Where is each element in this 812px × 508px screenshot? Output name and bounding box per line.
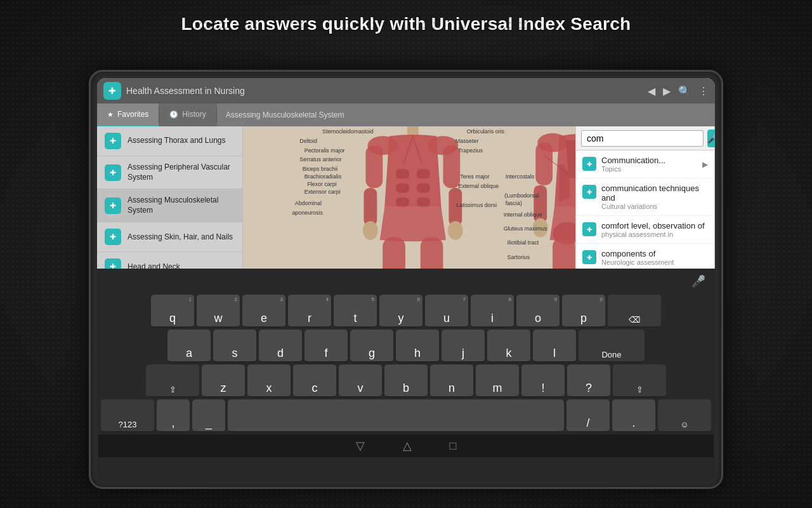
sidebar-icon-musculoskeletal: ✚ <box>105 197 121 214</box>
result-text-1: communication techniques and Cultural va… <box>601 184 708 210</box>
key-shift-left[interactable]: ⇧ <box>146 364 199 398</box>
content-panel: Temporalis Orbicularis Sternocleidomasto… <box>243 126 715 269</box>
key-backspace[interactable]: ⌫ <box>608 295 661 328</box>
key-u[interactable]: 7 u <box>425 295 468 328</box>
nav-back-button[interactable]: ◀ <box>648 85 655 97</box>
svg-rect-34 <box>553 237 575 269</box>
key-f[interactable]: f <box>304 330 348 363</box>
sidebar-item-skin[interactable]: ✚ Assessing Skin, Hair, and Nails <box>97 222 242 252</box>
svg-text:Flexor carpi: Flexor carpi <box>307 181 337 187</box>
result-text-0: Communication... Topics <box>601 156 697 173</box>
svg-text:aponeurosis: aponeurosis <box>292 210 323 216</box>
search-overlay: 🎤 ✚ Communication... Topics ▶ <box>575 126 715 269</box>
key-letter-g: g <box>369 347 375 361</box>
key-x[interactable]: x <box>247 364 291 398</box>
key-d[interactable]: d <box>259 330 302 363</box>
search-result-1[interactable]: ✚ communication techniques and Cultural … <box>576 178 714 216</box>
search-result-2[interactable]: ✚ comfort level, observation of physical… <box>576 216 714 244</box>
nav-back-icon[interactable]: ▽ <box>356 439 365 453</box>
svg-text:Iliotibial tract: Iliotibial tract <box>508 239 539 246</box>
key-r[interactable]: 4 r <box>288 295 331 328</box>
key-q[interactable]: 1 q <box>151 295 194 328</box>
key-g[interactable]: g <box>350 330 393 363</box>
key-v[interactable]: v <box>339 364 382 398</box>
sidebar-item-peripheral[interactable]: ✚ Assessing Peripheral Vascular System <box>97 156 242 189</box>
key-c[interactable]: c <box>293 364 336 398</box>
key-letter-dot: . <box>632 417 635 431</box>
svg-text:Trapezius: Trapezius <box>458 147 483 154</box>
breadcrumb-tab: Assessing Musculoskeletal System <box>217 104 715 126</box>
svg-text:Gluteus maximus: Gluteus maximus <box>504 225 547 232</box>
svg-text:Sartorius: Sartorius <box>508 254 530 260</box>
search-mic-button[interactable]: 🎤 <box>707 130 715 147</box>
key-letter-c: c <box>312 382 318 396</box>
search-input[interactable] <box>581 130 704 147</box>
nav-forward-button[interactable]: ▶ <box>663 85 671 97</box>
svg-rect-15 <box>396 197 409 207</box>
sidebar-label-peripheral: Assessing Peripheral Vascular System <box>128 163 235 182</box>
key-123[interactable]: ?123 <box>101 399 154 432</box>
svg-text:Pectoralis major: Pectoralis major <box>304 147 345 154</box>
key-h[interactable]: h <box>396 330 439 363</box>
key-comma[interactable]: , <box>157 399 190 432</box>
nav-home-icon[interactable]: △ <box>403 439 412 453</box>
search-result-0[interactable]: ✚ Communication... Topics ▶ <box>576 150 714 178</box>
key-letter-e: e <box>261 312 267 326</box>
sidebar-item-thorax[interactable]: ✚ Assessing Thorax and Lungs <box>97 126 242 156</box>
sidebar-item-musculoskeletal[interactable]: ✚ Assessing Musculoskeletal System <box>97 189 242 222</box>
key-question[interactable]: ? <box>567 364 610 398</box>
key-z[interactable]: z <box>202 364 245 398</box>
tab-favorites[interactable]: ★ Favorites <box>97 104 159 126</box>
key-m[interactable]: m <box>476 364 519 398</box>
svg-rect-2 <box>407 126 419 136</box>
keyboard-mic-button[interactable]: 🎤 <box>688 271 709 291</box>
key-y[interactable]: 6 y <box>379 295 422 328</box>
svg-rect-5 <box>365 145 383 188</box>
more-icon[interactable]: ⋮ <box>698 85 709 97</box>
key-e[interactable]: 3 e <box>242 295 285 328</box>
key-shift-right[interactable]: ⇧ <box>613 364 666 398</box>
key-letter-x: x <box>266 382 272 396</box>
header-icons: ◀ ▶ 🔍 ⋮ <box>648 85 709 97</box>
search-icon[interactable]: 🔍 <box>678 85 691 97</box>
key-a[interactable]: a <box>167 330 211 363</box>
key-l[interactable]: l <box>533 330 576 363</box>
key-exclaim[interactable]: ! <box>521 364 565 398</box>
key-num-p: 0 <box>600 297 603 302</box>
key-n[interactable]: n <box>430 364 473 398</box>
shift-right-icon: ⇧ <box>631 385 648 396</box>
tab-history[interactable]: 🕐 History <box>159 104 216 126</box>
svg-rect-11 <box>396 169 409 178</box>
key-p[interactable]: 0 p <box>562 295 605 328</box>
key-b[interactable]: b <box>384 364 428 398</box>
tab-bar: ★ Favorites 🕐 History Assessing Musculos… <box>97 104 715 126</box>
key-emoji[interactable]: ☺ <box>658 399 711 432</box>
key-num-o: 9 <box>554 297 557 302</box>
key-letter-exclaim: ! <box>541 382 544 396</box>
sidebar-icon-skin: ✚ <box>105 229 121 245</box>
nav-bar: ▽ △ □ <box>98 434 714 457</box>
key-letter-j: j <box>462 347 464 361</box>
key-j[interactable]: j <box>442 330 485 363</box>
key-s[interactable]: s <box>213 330 256 363</box>
key-underscore[interactable]: _ <box>192 399 225 432</box>
svg-text:Serratus anterior: Serratus anterior <box>299 156 341 163</box>
svg-text:Orbicularis oris: Orbicularis oris <box>467 128 505 135</box>
key-done[interactable]: Done <box>579 330 645 363</box>
key-space[interactable] <box>228 399 564 432</box>
key-t[interactable]: 5 t <box>334 295 377 328</box>
nav-recents-icon[interactable]: □ <box>450 439 457 453</box>
key-i[interactable]: 8 i <box>471 295 514 328</box>
key-slash[interactable]: / <box>566 399 610 432</box>
key-num-u: 7 <box>463 297 466 302</box>
search-result-3[interactable]: ✚ components of Neurologic assessment <box>576 244 714 269</box>
result-icon-1: ✚ <box>582 185 596 199</box>
key-letter-u: u <box>443 312 450 326</box>
svg-text:(Lumbodorsal: (Lumbodorsal <box>504 192 539 199</box>
key-w[interactable]: 2 w <box>197 295 240 328</box>
sidebar-item-head[interactable]: ✚ Head and Neck <box>97 252 242 269</box>
key-k[interactable]: k <box>487 330 530 363</box>
key-dot[interactable]: . <box>612 399 655 432</box>
key-o[interactable]: 9 o <box>516 295 560 328</box>
key-letter-b: b <box>403 382 409 396</box>
